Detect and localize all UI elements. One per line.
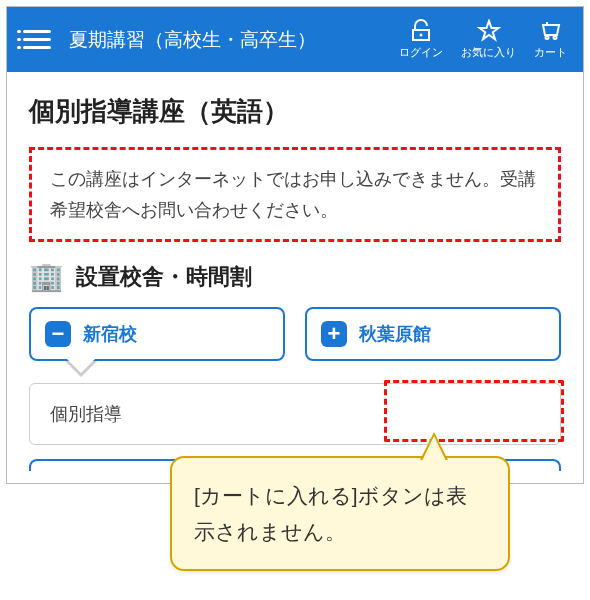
plus-icon: + bbox=[321, 321, 347, 347]
main-content: 個別指導講座（英語） この講座はインターネットではお申し込みできません。受講希望… bbox=[7, 72, 583, 483]
app-header: 夏期講習（高校生・高卒生） ログイン お気に入り カート bbox=[7, 7, 583, 72]
campus-tabs: − 新宿校 + 秋葉原館 bbox=[29, 307, 561, 361]
tab-akihabara[interactable]: + 秋葉原館 bbox=[305, 307, 561, 361]
favorite-label: お気に入り bbox=[461, 45, 516, 60]
tab-shinjuku[interactable]: − 新宿校 bbox=[29, 307, 285, 361]
unlock-icon bbox=[409, 19, 433, 43]
notice-box: この講座はインターネットではお申し込みできません。受講希望校舎へお問い合わせくだ… bbox=[29, 147, 561, 242]
section-header: 🏢 設置校舎・時間割 bbox=[29, 260, 561, 293]
section-title: 設置校舎・時間割 bbox=[76, 262, 252, 292]
header-title: 夏期講習（高校生・高卒生） bbox=[69, 27, 381, 53]
login-button[interactable]: ログイン bbox=[399, 19, 443, 60]
course-row: 個別指導 bbox=[29, 383, 561, 445]
minus-icon: − bbox=[45, 321, 71, 347]
favorite-button[interactable]: お気に入り bbox=[461, 19, 516, 60]
header-icons: ログイン お気に入り カート bbox=[399, 19, 567, 60]
tab-label: 秋葉原館 bbox=[359, 322, 431, 346]
menu-icon[interactable] bbox=[23, 30, 51, 49]
cart-icon bbox=[539, 19, 563, 43]
star-icon bbox=[477, 19, 501, 43]
callout-tooltip: [カートに入れる]ボタンは表示されません。 bbox=[170, 456, 510, 571]
tab-label: 新宿校 bbox=[83, 322, 137, 346]
cart-label: カート bbox=[534, 45, 567, 60]
cart-button[interactable]: カート bbox=[534, 19, 567, 60]
highlight-box bbox=[384, 380, 564, 442]
page-title: 個別指導講座（英語） bbox=[29, 94, 561, 129]
login-label: ログイン bbox=[399, 45, 443, 60]
building-icon: 🏢 bbox=[29, 260, 64, 293]
svg-point-0 bbox=[420, 34, 423, 37]
